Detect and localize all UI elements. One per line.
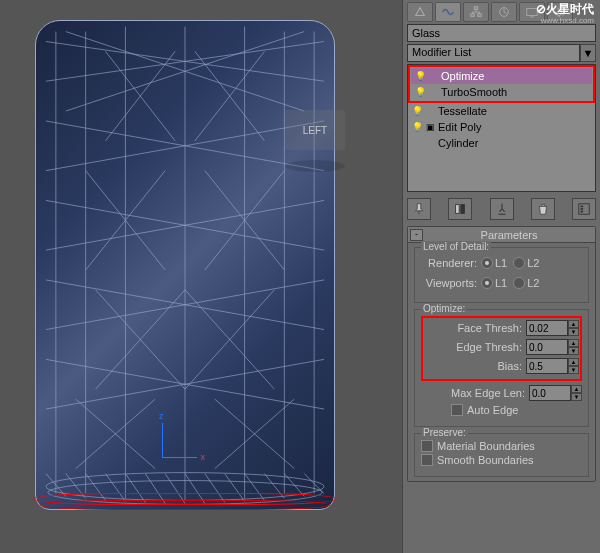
level-of-detail-group: Level of Detail: Renderer: L1 L2 Viewpor…: [414, 247, 589, 303]
svg-rect-57: [456, 205, 460, 214]
spinner-up-icon[interactable]: ▲: [568, 320, 579, 328]
view-cube[interactable]: LEFT: [285, 110, 345, 150]
spinner-down-icon[interactable]: ▼: [568, 366, 579, 374]
axis-z[interactable]: [162, 423, 163, 458]
rollout-toggle-icon[interactable]: -: [410, 229, 423, 241]
spinner-up-icon[interactable]: ▲: [568, 358, 579, 366]
selection-ring-2: [40, 500, 330, 510]
svg-rect-58: [461, 205, 465, 214]
modifier-label: TurboSmooth: [439, 86, 590, 98]
radio-label: L2: [527, 277, 539, 289]
renderer-l2-radio[interactable]: [513, 257, 525, 269]
create-tab[interactable]: [407, 2, 433, 22]
motion-tab[interactable]: [491, 2, 517, 22]
modifier-turbosmooth[interactable]: 💡 TurboSmooth: [411, 84, 592, 100]
object-name-field[interactable]: [407, 24, 596, 42]
bias-label: Bias:: [424, 360, 526, 372]
preserve-group: Preserve: Material Boundaries Smooth Bou…: [414, 433, 589, 477]
svg-rect-61: [581, 208, 584, 210]
remove-modifier-button[interactable]: [531, 198, 555, 220]
bulb-icon[interactable]: 💡: [410, 106, 424, 116]
hierarchy-tab[interactable]: [463, 2, 489, 22]
bulb-icon[interactable]: 💡: [413, 87, 427, 97]
face-thresh-spinner[interactable]: ▲▼: [526, 320, 579, 336]
spinner-down-icon[interactable]: ▼: [571, 393, 582, 401]
edge-thresh-label: Edge Thresh:: [424, 341, 526, 353]
auto-edge-checkbox[interactable]: [451, 404, 463, 416]
spinner-down-icon[interactable]: ▼: [568, 328, 579, 336]
highlight-box-modifiers: 💡 Optimize 💡 TurboSmooth: [408, 65, 595, 103]
modifier-stack[interactable]: 💡 Optimize 💡 TurboSmooth 💡 Tessellate: [407, 64, 596, 192]
radio-label: L1: [495, 257, 507, 269]
svg-rect-62: [581, 211, 584, 213]
mesh-object[interactable]: [35, 20, 335, 510]
bulb-icon[interactable]: 💡: [413, 71, 427, 81]
svg-rect-60: [581, 206, 584, 208]
smooth-boundaries-checkbox[interactable]: [421, 454, 433, 466]
group-legend: Optimize:: [421, 303, 467, 314]
spinner-down-icon[interactable]: ▼: [568, 347, 579, 355]
edge-thresh-spinner[interactable]: ▲▼: [526, 339, 579, 355]
viewports-l1-radio[interactable]: [481, 277, 493, 289]
svg-rect-53: [478, 14, 482, 17]
spinner-up-icon[interactable]: ▲: [571, 385, 582, 393]
svg-rect-56: [530, 16, 534, 17]
smooth-boundaries-label: Smooth Boundaries: [437, 454, 534, 466]
pin-stack-button[interactable]: [407, 198, 431, 220]
spinner-up-icon[interactable]: ▲: [568, 339, 579, 347]
max-edge-len-input[interactable]: [529, 385, 571, 401]
highlight-box-optimize: Face Thresh: ▲▼ Edge Thresh:: [421, 316, 582, 381]
watermark: ⊘火星时代 www.hxsd.com: [536, 4, 594, 26]
modifier-list-label: Modifier List: [407, 44, 580, 62]
renderer-l1-radio[interactable]: [481, 257, 493, 269]
modifier-label: Tessellate: [436, 105, 593, 117]
group-legend: Level of Detail:: [421, 241, 491, 252]
renderer-label: Renderer:: [421, 257, 481, 269]
bias-input[interactable]: [526, 358, 568, 374]
modifier-label: Cylinder: [436, 137, 593, 149]
material-boundaries-label: Material Boundaries: [437, 440, 535, 452]
group-legend: Preserve:: [421, 427, 468, 438]
rollout-title-label: Parameters: [423, 229, 595, 241]
modify-tab[interactable]: [435, 2, 461, 22]
viewports-label: Viewports:: [421, 277, 481, 289]
axis-x[interactable]: [162, 457, 197, 458]
svg-rect-59: [579, 204, 590, 215]
radio-label: L2: [527, 257, 539, 269]
modifier-list-dropdown[interactable]: Modifier List ▼: [407, 44, 596, 62]
auto-edge-label: Auto Edge: [467, 404, 518, 416]
dropdown-arrow-icon[interactable]: ▼: [580, 44, 596, 62]
optimize-group: Optimize: Face Thresh: ▲▼ Edge Thresh:: [414, 309, 589, 427]
svg-rect-51: [474, 7, 478, 10]
max-edge-len-spinner[interactable]: ▲▼: [529, 385, 582, 401]
viewports-l2-radio[interactable]: [513, 277, 525, 289]
material-boundaries-checkbox[interactable]: [421, 440, 433, 452]
stack-toolbar: [407, 196, 596, 226]
face-thresh-input[interactable]: [526, 320, 568, 336]
edge-thresh-input[interactable]: [526, 339, 568, 355]
bulb-icon[interactable]: 💡: [410, 122, 424, 132]
viewport[interactable]: LEFT: [0, 0, 402, 553]
max-edge-len-label: Max Edge Len:: [421, 387, 529, 399]
make-unique-button[interactable]: [490, 198, 514, 220]
modifier-label: Edit Poly: [436, 121, 593, 133]
modifier-label: Optimize: [439, 70, 590, 82]
show-end-result-button[interactable]: [448, 198, 472, 220]
modifier-optimize[interactable]: 💡 Optimize: [411, 68, 592, 84]
radio-label: L1: [495, 277, 507, 289]
modifier-tessellate[interactable]: 💡 Tessellate: [408, 103, 595, 119]
command-panel: ⊘火星时代 www.hxsd.com Modifier List ▼ 💡: [402, 0, 600, 553]
configure-sets-button[interactable]: [572, 198, 596, 220]
modifier-edit-poly[interactable]: 💡 ▣ Edit Poly: [408, 119, 595, 135]
svg-rect-52: [471, 14, 475, 17]
modifier-cylinder[interactable]: Cylinder: [408, 135, 595, 151]
bias-spinner[interactable]: ▲▼: [526, 358, 579, 374]
parameters-rollout: - Parameters Level of Detail: Renderer: …: [407, 226, 596, 482]
face-thresh-label: Face Thresh:: [424, 322, 526, 334]
expand-icon[interactable]: ▣: [424, 122, 436, 132]
